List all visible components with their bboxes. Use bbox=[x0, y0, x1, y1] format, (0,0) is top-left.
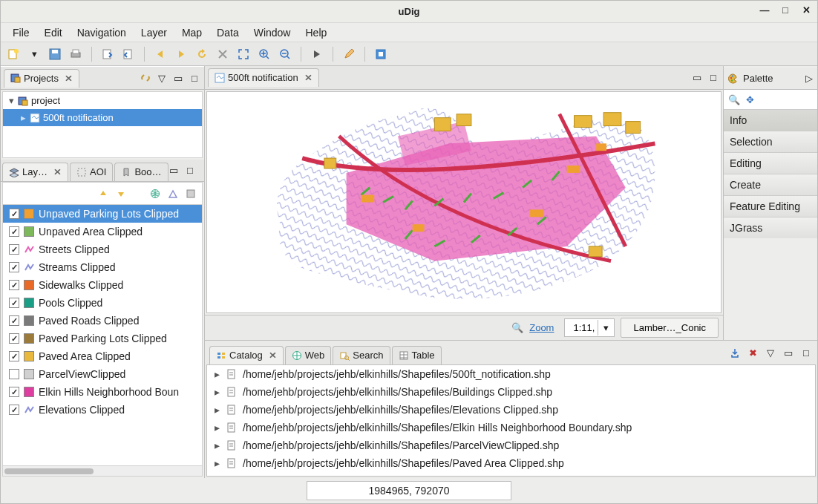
crs-button[interactable]: Lamber…_Conic bbox=[621, 318, 719, 338]
horizontal-scrollbar[interactable] bbox=[2, 466, 203, 477]
remove-icon[interactable]: ✖ bbox=[747, 347, 758, 358]
layer-row[interactable]: Unpaved Area Clipped bbox=[3, 223, 202, 240]
maximize-view-icon[interactable]: □ bbox=[189, 73, 200, 83]
layer-checkbox[interactable] bbox=[9, 280, 19, 290]
rollback-button[interactable] bbox=[120, 46, 137, 62]
palette-cat-create[interactable]: Create bbox=[724, 174, 817, 195]
tab-table[interactable]: Table bbox=[392, 346, 442, 364]
catalog-row[interactable]: ▸/home/jehb/projects/jehb/elkinhills/Sha… bbox=[207, 401, 815, 419]
catalog-row[interactable]: ▸/home/jehb/projects/jehb/elkinhills/Sha… bbox=[207, 454, 815, 472]
close-icon[interactable]: ⨯ bbox=[53, 166, 62, 177]
close-icon[interactable]: ⨯ bbox=[269, 350, 277, 361]
layer-checkbox[interactable] bbox=[9, 315, 19, 326]
menu-data[interactable]: Data bbox=[209, 24, 246, 42]
map-editor-tab[interactable]: 500ft notification ⨯ bbox=[208, 68, 319, 87]
catalog-row[interactable]: ▸/home/jehb/projects/jehb/elkinhills/Sha… bbox=[207, 365, 815, 383]
menu-help[interactable]: Help bbox=[298, 24, 334, 42]
layer-row[interactable]: Paved Area Clipped bbox=[3, 347, 202, 365]
layer-row[interactable]: Sidewalks Clipped bbox=[3, 276, 202, 294]
catalog-row[interactable]: ▸/home/jehb/projects/jehb/elkinhills/Sha… bbox=[207, 436, 815, 454]
new-wizard-button[interactable] bbox=[5, 46, 22, 62]
commit-button[interactable] bbox=[99, 46, 116, 62]
expand-icon[interactable]: ▾ bbox=[7, 95, 15, 106]
layer-checkbox[interactable] bbox=[9, 387, 19, 397]
expand-icon[interactable]: ▸ bbox=[213, 439, 220, 451]
coords-display[interactable]: 1984965, 792070 bbox=[307, 481, 511, 500]
layer-checkbox[interactable] bbox=[9, 209, 19, 219]
layer-checkbox[interactable] bbox=[9, 244, 19, 255]
layer-row[interactable]: ParcelViewClipped bbox=[3, 365, 202, 383]
layer-checkbox[interactable] bbox=[9, 298, 19, 308]
zoom-out-button[interactable] bbox=[277, 46, 293, 62]
menu-edit[interactable]: Edit bbox=[37, 24, 70, 42]
view-menu-icon[interactable]: ▽ bbox=[157, 73, 167, 83]
view-menu-icon[interactable]: ▽ bbox=[765, 347, 776, 358]
scale-dropdown[interactable]: ▾ bbox=[598, 320, 614, 336]
projects-tree[interactable]: ▾ project ▸ 500ft notification bbox=[2, 91, 203, 158]
palette-collapse-icon[interactable]: ▷ bbox=[805, 73, 813, 84]
menu-window[interactable]: Window bbox=[246, 24, 298, 42]
layer-checkbox[interactable] bbox=[9, 226, 19, 237]
scale-input[interactable] bbox=[565, 319, 598, 336]
zoom-link[interactable]: Zoom bbox=[529, 322, 554, 333]
project-root-row[interactable]: ▾ project bbox=[3, 92, 202, 109]
close-icon[interactable]: ⨯ bbox=[65, 73, 73, 84]
layer-row[interactable]: Pools Clipped bbox=[3, 294, 202, 312]
expand-icon[interactable]: ▸ bbox=[19, 112, 27, 123]
zoom-in-button[interactable] bbox=[256, 46, 272, 62]
expand-icon[interactable]: ▸ bbox=[213, 368, 220, 380]
tab-search[interactable]: Search bbox=[333, 346, 390, 364]
menu-map[interactable]: Map bbox=[174, 24, 209, 42]
menu-file[interactable]: File bbox=[5, 24, 37, 42]
layer-checkbox[interactable] bbox=[9, 351, 19, 361]
print-button[interactable] bbox=[68, 46, 84, 62]
maximize-view-icon[interactable]: □ bbox=[185, 166, 195, 176]
layer-globe-icon[interactable] bbox=[150, 189, 160, 199]
palette-cat-selection[interactable]: Selection bbox=[724, 131, 817, 152]
import-icon[interactable] bbox=[730, 347, 740, 358]
palette-cat-editing[interactable]: Editing bbox=[724, 152, 817, 174]
layer-row[interactable]: Paved Roads Clipped bbox=[3, 312, 202, 330]
zoom-extent-button[interactable] bbox=[235, 46, 252, 62]
expand-icon[interactable]: ▸ bbox=[213, 386, 220, 398]
palette-cat-jgrass[interactable]: JGrass bbox=[724, 217, 817, 238]
catalog-tree[interactable]: ▸/home/jehb/projects/jehb/elkinhills/Sha… bbox=[206, 364, 816, 477]
tab-bookmarks[interactable]: Boo… bbox=[114, 163, 168, 181]
minimize-view-icon[interactable]: ▭ bbox=[173, 73, 183, 83]
layer-checkbox[interactable] bbox=[9, 333, 19, 344]
minimize-view-icon[interactable]: ▭ bbox=[168, 166, 179, 176]
tab-layers[interactable]: Lay… ⨯ bbox=[2, 163, 68, 181]
maximize-button[interactable]: □ bbox=[780, 4, 791, 15]
menu-layer[interactable]: Layer bbox=[134, 24, 174, 42]
edit-tool-button[interactable] bbox=[341, 46, 357, 62]
layer-row[interactable]: Elevations Clipped bbox=[3, 401, 202, 419]
minimize-view-icon[interactable]: ▭ bbox=[783, 347, 794, 358]
layer-row[interactable]: Paved Parking Lots Clipped bbox=[3, 330, 202, 347]
nav-back-button[interactable] bbox=[152, 46, 168, 62]
layer-row[interactable]: Streets Clipped bbox=[3, 240, 202, 258]
new-dropdown-button[interactable]: ▾ bbox=[26, 46, 42, 62]
catalog-row[interactable]: ▸/home/jehb/projects/jehb/elkinhills/Sha… bbox=[207, 383, 815, 401]
close-icon[interactable]: ⨯ bbox=[304, 72, 313, 83]
stop-rendering-button[interactable] bbox=[215, 46, 231, 62]
catalog-row[interactable]: ▸/home/jehb/projects/jehb/elkinhills/Sha… bbox=[207, 419, 815, 436]
save-button[interactable] bbox=[47, 46, 63, 62]
pan-icon[interactable]: ✥ bbox=[746, 94, 754, 105]
expand-icon[interactable]: ▸ bbox=[213, 422, 220, 433]
minimize-button[interactable]: — bbox=[759, 4, 770, 15]
layer-row[interactable]: Unpaved Parking Lots Clipped bbox=[3, 205, 202, 223]
palette-cat-feature-editing[interactable]: Feature Editing bbox=[724, 195, 817, 217]
close-button[interactable]: ✕ bbox=[801, 4, 811, 15]
layers-list[interactable]: Unpaved Parking Lots ClippedUnpaved Area… bbox=[2, 204, 203, 466]
tab-web[interactable]: Web bbox=[285, 346, 332, 364]
search-icon[interactable]: 🔍 bbox=[728, 94, 740, 105]
expand-icon[interactable]: ▸ bbox=[213, 404, 220, 416]
palette-cat-info[interactable]: Info bbox=[724, 109, 817, 131]
nav-forward-button[interactable] bbox=[173, 46, 189, 62]
scrollbar-thumb[interactable] bbox=[4, 468, 94, 474]
projects-tab[interactable]: Projects ⨯ bbox=[4, 69, 79, 88]
minimize-view-icon[interactable]: ▭ bbox=[692, 73, 702, 83]
layer-down-icon[interactable] bbox=[116, 189, 126, 199]
expand-icon[interactable]: ▸ bbox=[213, 457, 220, 469]
layer-checkbox[interactable] bbox=[9, 262, 19, 272]
